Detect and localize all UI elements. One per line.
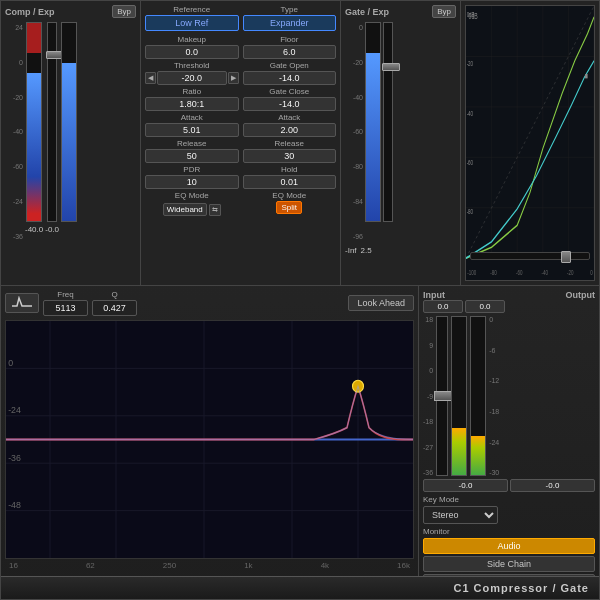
svg-text:-40: -40 bbox=[542, 267, 549, 276]
hold-label: Hold bbox=[281, 165, 297, 174]
gate-meter-1 bbox=[365, 22, 381, 242]
io-section: Input 0.0 0.0 Output 18 9 0 -9 bbox=[419, 286, 599, 576]
title-bar: C1 Compressor / Gate bbox=[1, 576, 599, 599]
eq-x-labels: 16 62 250 1k 4k 16k bbox=[5, 559, 414, 572]
svg-rect-12 bbox=[585, 74, 588, 78]
makeup-value[interactable]: 0.0 bbox=[145, 45, 239, 59]
release-value-1[interactable]: 50 bbox=[145, 149, 239, 163]
reference-value[interactable]: Low Ref bbox=[145, 15, 239, 31]
input-val-2[interactable]: 0.0 bbox=[465, 300, 505, 313]
comp-slider[interactable]: -0.0 bbox=[45, 22, 59, 242]
threshold-row: Threshold ◀ -20.0 ▶ Gate Open -14.0 bbox=[145, 61, 336, 85]
gate-byp-button[interactable]: Byp bbox=[432, 5, 456, 18]
threshold-group: Threshold ◀ -20.0 ▶ bbox=[145, 61, 239, 85]
threshold-label: Threshold bbox=[174, 61, 210, 70]
gate-section: Gate / Exp Byp 0 -20 -40 -60 -80 -84 -96 bbox=[341, 1, 461, 285]
input-fader-track[interactable] bbox=[436, 316, 448, 476]
pdr-value[interactable]: 10 bbox=[145, 175, 239, 189]
attack-row: Attack 5.01 Attack 2.00 bbox=[145, 113, 336, 137]
comp-slider-track[interactable] bbox=[47, 22, 57, 222]
input-values: 0.0 0.0 bbox=[423, 300, 505, 313]
ratio-value[interactable]: 1.80:1 bbox=[145, 97, 239, 111]
monitor-label: Monitor bbox=[423, 527, 595, 536]
attack-value-2[interactable]: 2.00 bbox=[243, 123, 337, 137]
hold-group: Hold 0.01 bbox=[243, 165, 337, 189]
q-value[interactable]: 0.427 bbox=[92, 300, 137, 316]
split-button[interactable]: Split bbox=[276, 201, 302, 214]
release-group-1: Release 50 bbox=[145, 139, 239, 163]
svg-text:-80: -80 bbox=[490, 267, 497, 276]
release-label-1: Release bbox=[177, 139, 206, 148]
attack-label-1: Attack bbox=[181, 113, 203, 122]
input-val-1[interactable]: 0.0 bbox=[423, 300, 463, 313]
threshold-arrows: ◀ -20.0 ▶ bbox=[145, 71, 239, 85]
threshold-right[interactable]: ▶ bbox=[228, 72, 239, 84]
eq-section: Freq 5113 Q 0.427 Look Ahead bbox=[1, 286, 419, 576]
eqmode-value-1[interactable]: Wideband bbox=[163, 203, 207, 216]
type-label: Type bbox=[243, 5, 337, 14]
release-group-2: Release 30 bbox=[243, 139, 337, 163]
lookahead-button[interactable]: Look Ahead bbox=[348, 295, 414, 311]
comp-exp-label: Comp / Exp bbox=[5, 7, 55, 17]
hold-value[interactable]: 0.01 bbox=[243, 175, 337, 189]
type-value[interactable]: Expander bbox=[243, 15, 337, 31]
comp-value-1: -40.0 bbox=[25, 225, 43, 234]
output-val-1[interactable]: -0.0 bbox=[423, 479, 508, 492]
svg-text:-60: -60 bbox=[516, 267, 523, 276]
key-mode-select[interactable]: Stereo Mono Side Chain bbox=[423, 506, 498, 524]
monitor-sidechain-button[interactable]: Side Chain bbox=[423, 556, 595, 572]
svg-text:0dB: 0dB bbox=[467, 10, 475, 19]
pdr-group: PDR 10 bbox=[145, 165, 239, 189]
svg-text:-24: -24 bbox=[8, 405, 21, 415]
eq-type-button[interactable] bbox=[5, 293, 39, 313]
release-value-2[interactable]: 30 bbox=[243, 149, 337, 163]
comp-bar-2 bbox=[61, 22, 77, 222]
output-val-2[interactable]: -0.0 bbox=[510, 479, 595, 492]
reference-label: Reference bbox=[145, 5, 239, 14]
gate-slider-thumb[interactable] bbox=[382, 63, 400, 71]
release-label-2: Release bbox=[275, 139, 304, 148]
io-meters-area: 18 9 0 -9 -18 -27 -36 bbox=[423, 316, 595, 476]
output-label: Output bbox=[566, 290, 596, 300]
attack-value-1[interactable]: 5.01 bbox=[145, 123, 239, 137]
freq-value[interactable]: 5113 bbox=[43, 300, 88, 316]
input-fader-thumb[interactable] bbox=[434, 391, 452, 401]
eqmode-arrow[interactable]: ⇆ bbox=[209, 204, 221, 216]
svg-text:-48: -48 bbox=[8, 500, 21, 510]
svg-text:-40: -40 bbox=[467, 108, 474, 117]
svg-text:-36: -36 bbox=[8, 453, 21, 463]
monitor-audio-button[interactable]: Audio bbox=[423, 538, 595, 554]
eq-graph: 0 -24 -36 -48 bbox=[5, 320, 414, 559]
svg-text:-20: -20 bbox=[467, 59, 474, 68]
gate-bar-1 bbox=[365, 22, 381, 222]
ref-type-row: Reference Low Ref Type Expander bbox=[145, 5, 336, 31]
bottom-section: Freq 5113 Q 0.427 Look Ahead bbox=[1, 286, 599, 576]
main-container: Comp / Exp Byp 24 0 -20 -40 -60 -24 -36 bbox=[0, 0, 600, 600]
eqmode-inner-1: Wideband ⇆ bbox=[163, 203, 221, 216]
graph-section: 0dB -100 -80 -60 -40 -20 0 bbox=[461, 1, 599, 285]
makeup-floor-row: Makeup 0.0 Floor 6.0 bbox=[145, 35, 336, 59]
comp-meter-2 bbox=[61, 22, 77, 242]
floor-value[interactable]: 6.0 bbox=[243, 45, 337, 59]
gate-close-value[interactable]: -14.0 bbox=[243, 97, 337, 111]
comp-byp-button[interactable]: Byp bbox=[112, 5, 136, 18]
eqmode-group-2: EQ Mode Split bbox=[243, 191, 337, 216]
graph-h-thumb[interactable] bbox=[561, 251, 571, 263]
threshold-value[interactable]: -20.0 bbox=[157, 71, 227, 85]
graph-h-slider[interactable] bbox=[470, 252, 590, 260]
key-mode-section: Key Mode Stereo Mono Side Chain bbox=[423, 495, 595, 524]
release-row: Release 50 Release 30 bbox=[145, 139, 336, 163]
comp-value-2: -0.0 bbox=[45, 225, 59, 234]
eq-graph-svg: 0 -24 -36 -48 bbox=[6, 321, 413, 558]
gate-slider-track[interactable] bbox=[383, 22, 393, 222]
io-header-row: Input 0.0 0.0 Output bbox=[423, 290, 595, 313]
gate-slider[interactable] bbox=[383, 22, 393, 242]
comp-exp-header: Comp / Exp Byp bbox=[5, 5, 136, 18]
gate-open-value[interactable]: -14.0 bbox=[243, 71, 337, 85]
eq-controls-row: Freq 5113 Q 0.427 Look Ahead bbox=[5, 290, 414, 316]
floor-label: Floor bbox=[280, 35, 298, 44]
graph-canvas: 0dB -100 -80 -60 -40 -20 0 bbox=[465, 5, 595, 281]
pdr-hold-row: PDR 10 Hold 0.01 bbox=[145, 165, 336, 189]
gate-exp-header: Gate / Exp Byp bbox=[345, 5, 456, 18]
threshold-left[interactable]: ◀ bbox=[145, 72, 156, 84]
